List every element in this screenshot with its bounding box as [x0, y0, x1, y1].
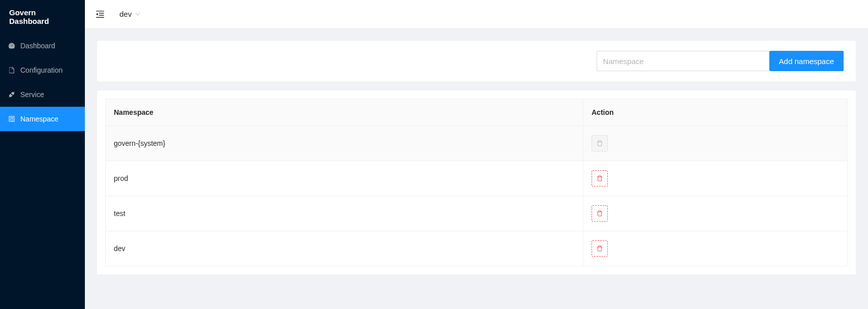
- dashboard-icon: [8, 42, 15, 49]
- api-icon: [8, 91, 15, 98]
- sidebar-item-label: Dashboard: [20, 42, 55, 50]
- namespace-cell: govern-{system}: [106, 126, 583, 161]
- sidebar-item-dashboard[interactable]: Dashboard: [0, 34, 85, 58]
- namespace-cell: prod: [106, 161, 583, 196]
- table-row: test: [106, 196, 848, 231]
- action-cell: [583, 126, 848, 161]
- app-title: Govern Dashboard: [0, 0, 85, 34]
- file-icon: [8, 67, 15, 74]
- sidebar-item-label: Configuration: [20, 66, 63, 74]
- action-cell: [583, 196, 848, 231]
- table-row: govern-{system}: [106, 126, 848, 161]
- sidebar-item-label: Namespace: [20, 115, 58, 123]
- env-select-value: dev: [119, 10, 132, 18]
- page-content: Add namespace Namespace Action govern-{s…: [85, 28, 868, 287]
- table-row: prod: [106, 161, 848, 196]
- namespace-cell: dev: [106, 231, 583, 266]
- column-header-namespace: Namespace: [106, 99, 583, 126]
- trash-icon: [596, 175, 603, 182]
- partition-icon: [8, 115, 15, 122]
- trash-icon: [596, 210, 603, 217]
- trash-icon: [596, 245, 603, 252]
- menu-fold-icon: [95, 9, 105, 19]
- sidebar: Govern Dashboard Dashboard Configuration…: [0, 0, 85, 309]
- action-cell: [583, 231, 848, 266]
- trash-icon: [596, 140, 603, 147]
- sidebar-menu: Dashboard Configuration Service Namespac…: [0, 34, 85, 131]
- search-card: Add namespace: [97, 41, 856, 81]
- action-cell: [583, 161, 848, 196]
- add-namespace-button[interactable]: Add namespace: [769, 51, 844, 71]
- namespace-search-input[interactable]: [597, 51, 769, 71]
- delete-button[interactable]: [592, 170, 608, 187]
- chevron-down-icon: [135, 11, 141, 17]
- table-header-row: Namespace Action: [106, 99, 848, 126]
- table-card: Namespace Action govern-{system}prodtest…: [97, 90, 856, 274]
- namespace-table: Namespace Action govern-{system}prodtest…: [105, 99, 848, 266]
- main-content: dev Add namespace Namespace Action: [85, 0, 868, 309]
- menu-collapse-button[interactable]: [95, 9, 105, 19]
- namespace-cell: test: [106, 196, 583, 231]
- column-header-action: Action: [583, 99, 848, 126]
- delete-button: [592, 135, 608, 151]
- header: dev: [85, 0, 868, 28]
- sidebar-item-configuration[interactable]: Configuration: [0, 58, 85, 82]
- sidebar-item-service[interactable]: Service: [0, 82, 85, 107]
- env-select[interactable]: dev: [119, 10, 141, 18]
- sidebar-item-namespace[interactable]: Namespace: [0, 107, 85, 131]
- delete-button[interactable]: [592, 240, 608, 257]
- table-row: dev: [106, 231, 848, 266]
- sidebar-item-label: Service: [20, 90, 44, 99]
- delete-button[interactable]: [592, 205, 608, 222]
